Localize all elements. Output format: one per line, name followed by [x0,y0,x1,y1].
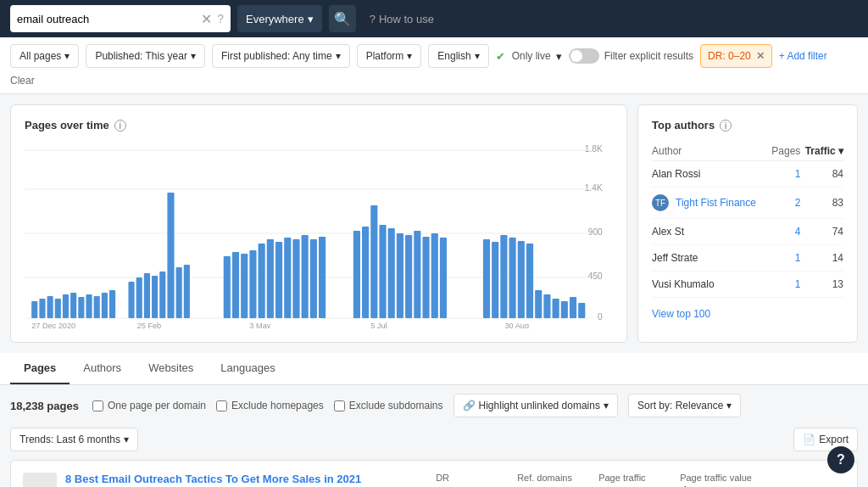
add-filter-button[interactable]: + Add filter [779,50,827,62]
platform-filter[interactable]: Platform ▾ [357,44,422,68]
filter-explicit-toggle-group: Filter explicit results [569,48,693,64]
dr-metric: DR 19 [436,473,504,487]
how-to-use-link[interactable]: ? How to use [370,13,434,25]
language-filter[interactable]: English ▾ [428,44,488,68]
search-help-icon[interactable]: ? [217,12,224,25]
clear-button[interactable]: Clear [10,75,35,87]
svg-rect-21 [128,282,134,318]
svg-rect-37 [292,239,299,318]
svg-rect-32 [249,250,256,318]
author-traffic-cell: 84 [800,161,843,188]
author-traffic-cell: 83 [800,188,843,219]
svg-rect-52 [483,239,490,318]
chevron-down-icon: ▾ [726,400,732,411]
tab-pages[interactable]: Pages [10,353,70,384]
chart-svg: 1.8K 1.4K 900 450 0 [25,142,613,328]
trends-button[interactable]: Trends: Last 6 months ▾ [10,428,138,451]
svg-rect-48 [414,231,420,318]
page-traffic-value-metric: Page traffic value $0 Website traffic va… [680,473,789,487]
chevron-down-icon: ▾ [407,50,412,62]
sort-by-button[interactable]: Sort by: Relevance ▾ [628,394,741,417]
svg-rect-27 [176,267,182,318]
dr-label: DR [436,473,449,483]
svg-rect-11 [39,299,45,318]
filter-explicit-toggle[interactable] [569,48,599,64]
svg-rect-34 [267,239,274,318]
authors-table: Author Pages Traffic ▾ Alan Rossi 1 84 T… [652,142,843,298]
svg-rect-44 [379,225,386,318]
author-name: Jeff Strate [652,252,698,264]
chevron-down-icon: ▾ [308,13,314,25]
tab-websites[interactable]: Websites [135,353,207,384]
exclude-homepages-input[interactable] [216,400,227,411]
svg-rect-58 [535,290,542,318]
author-name-cell: TF Tight Fist Finance [652,188,768,219]
svg-rect-26 [167,193,174,318]
header: ✕ ? Everywhere ▾ 🔍 ? How to use [0,0,868,37]
svg-text:1.4K: 1.4K [585,183,603,193]
filter-explicit-label: Filter explicit results [604,50,693,62]
view-top-100-link[interactable]: View top 100 [652,308,843,320]
search-input[interactable] [17,13,196,25]
authors-info-icon[interactable]: i [720,120,732,132]
location-dropdown[interactable]: Everywhere ▾ [237,5,322,32]
chart-info-icon[interactable]: i [114,120,126,132]
svg-rect-30 [232,252,239,318]
chevron-down-icon: ▾ [604,400,609,411]
author-traffic-cell: 13 [800,271,843,298]
exclude-subdomains-checkbox[interactable]: Exclude subdomains [334,400,443,411]
author-pages-link[interactable]: 4 [795,226,801,238]
first-published-filter[interactable]: First published: Any time ▾ [212,44,350,68]
all-pages-filter[interactable]: All pages ▾ [10,44,79,68]
svg-rect-39 [310,239,317,318]
page-title-link[interactable]: 8 Best Email Outreach Tactics To Get Mor… [65,473,422,485]
svg-rect-49 [422,237,429,318]
author-pages-link[interactable]: 1 [795,278,801,290]
tab-authors[interactable]: Authors [70,353,135,384]
svg-text:27 Dec 2020: 27 Dec 2020 [31,322,75,328]
svg-rect-16 [78,297,84,318]
exclude-homepages-checkbox[interactable]: Exclude homepages [216,400,324,411]
svg-rect-63 [578,303,585,318]
exclude-subdomains-input[interactable] [334,400,345,411]
svg-rect-40 [319,237,326,318]
pages-col-header: Pages [768,142,800,161]
svg-rect-62 [570,297,576,318]
svg-rect-23 [144,273,150,318]
svg-rect-45 [388,228,395,318]
svg-rect-19 [102,293,108,318]
svg-rect-57 [526,244,533,318]
one-per-domain-input[interactable] [92,400,103,411]
svg-rect-28 [184,265,190,318]
author-name-cell: Jeff Strate [652,245,768,271]
svg-text:450: 450 [588,271,603,281]
svg-rect-56 [518,241,525,318]
author-row: Vusi Khumalo 1 13 [652,271,843,298]
author-pages-link[interactable]: 1 [795,252,801,264]
results-count: 18,238 pages [10,400,79,412]
one-per-domain-checkbox[interactable]: One page per domain [92,400,206,411]
svg-rect-60 [553,299,559,318]
published-filter[interactable]: Published: This year ▾ [86,44,205,68]
filter-bar: All pages ▾ Published: This year ▾ First… [0,37,868,94]
page-traffic-label: Page traffic [598,473,645,483]
search-clear-icon[interactable]: ✕ [201,11,212,27]
tab-languages[interactable]: Languages [207,353,288,384]
dr-filter-badge: DR: 0–20 ✕ [700,44,772,68]
author-link[interactable]: Tight Fist Finance [676,197,756,209]
svg-text:30 Aug: 30 Aug [504,322,529,328]
svg-rect-14 [63,294,69,318]
svg-rect-47 [405,235,412,318]
author-pages-link[interactable]: 2 [795,197,801,209]
dr-filter-close-icon[interactable]: ✕ [756,50,765,62]
svg-rect-20 [109,290,115,318]
chevron-down-icon: ▾ [336,50,341,62]
help-button[interactable]: ? [827,446,854,473]
svg-text:900: 900 [588,227,603,237]
document-icon: ▲ [31,484,48,488]
highlight-unlinked-button[interactable]: 🔗 Highlight unlinked domains ▾ [453,394,618,417]
search-button[interactable]: 🔍 [329,5,356,32]
page-card-left: ▲ 8 Best Email Outreach Tactics To Get M… [23,473,422,487]
author-pages-link[interactable]: 1 [795,168,801,180]
svg-rect-18 [94,296,100,318]
